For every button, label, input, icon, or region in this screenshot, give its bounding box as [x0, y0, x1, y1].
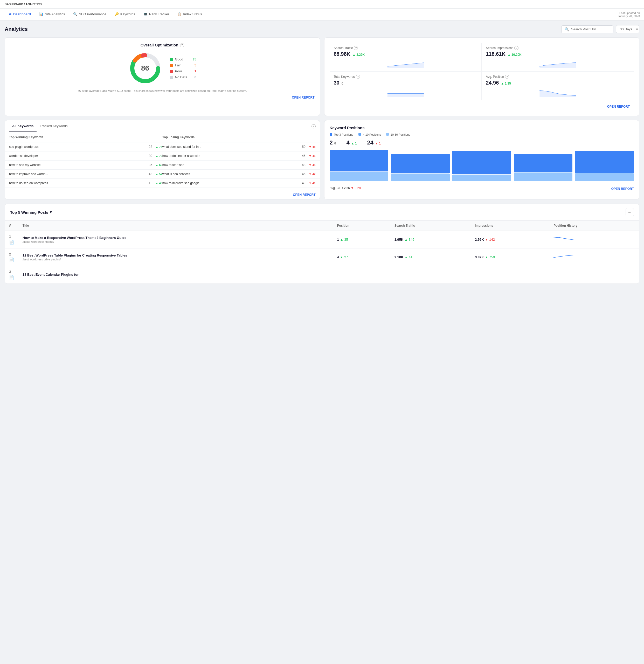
kw-row: seo plugin wordpress 22 ▲ 78 what does s… — [5, 142, 320, 151]
post-imp-change-2: ▲ 750 — [485, 255, 495, 259]
col-history: Position History — [549, 221, 639, 231]
keywords-icon: 🔑 — [115, 12, 119, 16]
tab-seo-performance-label: SEO Performance — [79, 12, 106, 16]
breadcrumb-base[interactable]: DASHBOARD — [5, 3, 23, 6]
tabs-bar: 🖥 Dashboard 📊 Site Analytics 🔍 SEO Perfo… — [0, 8, 644, 20]
svg-marker-6 — [387, 94, 423, 97]
stats-open-report[interactable]: OPEN REPORT — [334, 105, 630, 108]
avg-ctr-label: Avg. CTR — [330, 186, 343, 190]
post-url-2: /best-wordpress-table-plugins/ — [23, 258, 329, 261]
keywords-open-report[interactable]: OPEN REPORT — [9, 193, 316, 196]
kw-row: wordpress developer 30 ▲ 70 how to do se… — [5, 151, 320, 161]
avg-position-change: ▲ 1.35 — [501, 82, 511, 85]
site-analytics-icon: 📊 — [39, 12, 43, 16]
legend-fair-label: Fair — [175, 63, 192, 67]
avg-position-value: 24.96 — [486, 80, 499, 86]
positions-stats: 2 0 4 ▲ 1 24 ▼ 1 — [330, 139, 634, 146]
tab-keywords[interactable]: 🔑 Keywords — [110, 8, 139, 20]
positions-title: Keyword Positions — [330, 126, 634, 130]
post-title-2: 12 Best WordPress Table Plugins for Crea… — [23, 253, 329, 257]
post-title-3: 18 Best Event Calendar Plugins for — [23, 273, 329, 276]
last-updated: Last updated on January 20, 2023 — [618, 12, 640, 18]
tab-index-status-label: Index Status — [183, 12, 202, 16]
avg-position-stat: Avg. Position ? 24.96 ▲ 1.35 — [482, 71, 634, 100]
avg-position-label: Avg. Position — [486, 75, 504, 79]
posts-title[interactable]: Top 5 Winning Posts ▾ — [10, 210, 52, 214]
post-num-1: 1 — [9, 234, 14, 238]
legend-10-50: 10-50 Positions — [391, 133, 410, 136]
total-keywords-label: Total Keywords — [334, 75, 355, 79]
page-title: Analytics — [5, 26, 28, 32]
search-impressions-label: Search Impressions — [486, 46, 513, 50]
post-traffic-change-1: ▲ 346 — [404, 237, 414, 242]
search-box: 🔍 — [561, 25, 614, 33]
post-pos-change-2: ▲ 27 — [340, 255, 348, 259]
legend-poor-label: Poor — [175, 69, 192, 73]
post-icon-1: 📄 — [9, 240, 14, 245]
rank-tracker-icon: 💻 — [143, 12, 148, 16]
search-impressions-value: 118.61K — [486, 51, 505, 57]
keywords-info-icon[interactable]: ? — [356, 75, 360, 79]
winning-keywords-header: Top Winning Keywords — [9, 136, 162, 139]
kw-row: how to improve seo wordp... 43 ▲ 57 what… — [5, 170, 320, 179]
post-impressions-2: 3.82K — [475, 255, 484, 259]
keywords-card: All Keywords Tracked Keywords ? Top Winn… — [5, 120, 320, 200]
post-traffic-1: 1.95K — [394, 237, 403, 242]
optimization-open-report[interactable]: OPEN REPORT — [10, 96, 315, 99]
position-info-icon[interactable]: ? — [505, 75, 509, 79]
legend-nodata-label: No Data — [175, 75, 192, 79]
post-traffic-2: 2.10K — [394, 255, 403, 259]
kw-tab-all[interactable]: All Keywords — [9, 120, 37, 132]
table-row: 1 📄 How to Make a Responsive WordPress T… — [5, 231, 639, 248]
avg-ctr: Avg. CTR 2.26 ▼ 0.28 — [330, 186, 361, 190]
positions-open-report[interactable]: OPEN REPORT — [611, 187, 634, 191]
tab-seo-performance[interactable]: 🔍 SEO Performance — [69, 8, 110, 20]
col-title: Title — [18, 221, 333, 231]
legend-good-value: 35 — [193, 57, 196, 61]
index-status-icon: 📋 — [178, 12, 182, 16]
kw-tab-tracked[interactable]: Tracked Keywords — [37, 120, 70, 132]
post-position-1: 1 — [337, 237, 339, 242]
keywords-info-icon[interactable]: ? — [311, 124, 316, 128]
legend-4-10: 4-10 Positions — [363, 133, 381, 136]
post-title-1: How to Make a Responsive WordPress Theme… — [23, 236, 329, 240]
col-position: Position — [333, 221, 390, 231]
top3-value: 2 — [330, 139, 333, 146]
overall-optimization-card: Overall Optimization ? 86 — [5, 37, 320, 116]
total-keywords-value: 30 — [334, 80, 339, 86]
tab-rank-tracker[interactable]: 💻 Rank Tracker — [139, 8, 173, 20]
search-traffic-stat: Search Traffic ? 68.98K ▲ 3.29K — [330, 43, 482, 71]
traffic-info-icon[interactable]: ? — [354, 46, 358, 50]
keywords-tabs: All Keywords Tracked Keywords ? — [5, 120, 320, 132]
position-history-chart-1 — [554, 235, 574, 243]
avg-ctr-change: ▼ 0.28 — [351, 186, 361, 190]
4-10-change: ▲ 1 — [351, 142, 357, 145]
search-input[interactable] — [571, 27, 610, 31]
post-num-2: 2 — [9, 252, 14, 256]
4-10-value: 4 — [346, 139, 349, 146]
10-50-value: 24 — [367, 139, 373, 146]
bar-chart — [330, 150, 634, 181]
post-traffic-change-2: ▲ 415 — [404, 255, 414, 259]
search-traffic-value: 68.98K — [334, 51, 351, 57]
legend-top3: Top 3 Positions — [334, 133, 353, 136]
kw-row: how to do seo on wordpress 1 ▲ 48 how to… — [5, 179, 320, 188]
search-impressions-change: ▲ 10.20K — [507, 53, 522, 57]
position-history-chart-2 — [554, 253, 574, 261]
post-impressions-1: 2.56K — [475, 237, 484, 242]
more-options-button[interactable]: ··· — [626, 208, 634, 216]
days-select[interactable]: 30 Days 7 Days 90 Days — [616, 25, 639, 33]
tab-dashboard[interactable]: 🖥 Dashboard — [4, 8, 35, 20]
table-row: 2 📄 12 Best WordPress Table Plugins for … — [5, 248, 639, 266]
optimization-info-icon[interactable]: ? — [180, 43, 184, 47]
optimization-score: 86 — [141, 64, 149, 72]
tab-site-analytics-label: Site Analytics — [45, 12, 65, 16]
kw-row: how to seo my website 35 ▲ 65 how to sta… — [5, 161, 320, 170]
optimization-title: Overall Optimization — [141, 43, 179, 47]
search-traffic-change: ▲ 3.29K — [352, 53, 365, 57]
impressions-info-icon[interactable]: ? — [514, 46, 518, 50]
svg-marker-5 — [540, 63, 576, 68]
top-posts-card: Top 5 Winning Posts ▾ ··· # Title Positi… — [5, 204, 639, 284]
tab-site-analytics[interactable]: 📊 Site Analytics — [35, 8, 69, 20]
tab-index-status[interactable]: 📋 Index Status — [173, 8, 206, 20]
